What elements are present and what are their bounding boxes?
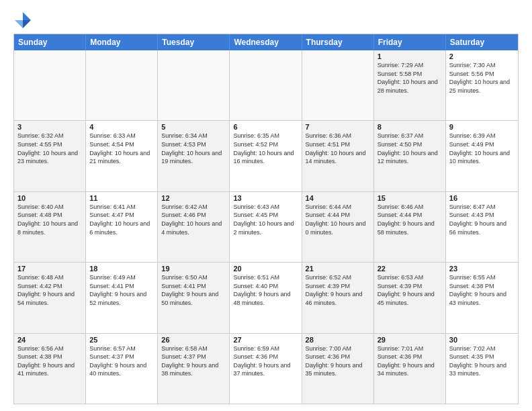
cal-cell-r4c3: 27Sunrise: 6:59 AM Sunset: 4:36 PM Dayli… [230, 334, 302, 404]
day-number: 1 [378, 52, 442, 60]
cal-cell-r1c5: 8Sunrise: 6:37 AM Sunset: 4:50 PM Daylig… [374, 121, 446, 191]
calendar-row-3: 10Sunrise: 6:40 AM Sunset: 4:48 PM Dayli… [14, 192, 518, 263]
day-info: Sunrise: 6:35 AM Sunset: 4:52 PM Dayligh… [233, 132, 298, 165]
day-number: 9 [449, 123, 515, 131]
col-header-thursday: Thursday [302, 34, 374, 50]
day-number: 26 [161, 336, 226, 344]
day-number: 30 [449, 336, 515, 344]
cal-cell-r1c2: 5Sunrise: 6:34 AM Sunset: 4:53 PM Daylig… [158, 121, 230, 191]
cal-cell-r3c6: 23Sunrise: 6:55 AM Sunset: 4:38 PM Dayli… [446, 263, 518, 332]
cal-cell-r0c0 [14, 50, 86, 120]
cal-cell-r4c0: 24Sunrise: 6:56 AM Sunset: 4:38 PM Dayli… [14, 334, 86, 404]
day-number: 15 [378, 194, 442, 202]
day-number: 22 [378, 265, 442, 273]
cal-cell-r4c5: 29Sunrise: 7:01 AM Sunset: 4:36 PM Dayli… [374, 334, 446, 404]
cal-cell-r0c2 [158, 50, 230, 120]
cal-cell-r0c3 [230, 50, 302, 120]
day-number: 10 [17, 194, 82, 202]
day-info: Sunrise: 7:01 AM Sunset: 4:36 PM Dayligh… [378, 345, 442, 378]
day-info: Sunrise: 6:57 AM Sunset: 4:37 PM Dayligh… [89, 345, 154, 378]
logo [13, 11, 35, 30]
cal-cell-r2c0: 10Sunrise: 6:40 AM Sunset: 4:48 PM Dayli… [14, 192, 86, 262]
cal-cell-r4c2: 26Sunrise: 6:58 AM Sunset: 4:37 PM Dayli… [158, 334, 230, 404]
cal-cell-r2c3: 13Sunrise: 6:43 AM Sunset: 4:45 PM Dayli… [230, 192, 302, 262]
day-info: Sunrise: 6:34 AM Sunset: 4:53 PM Dayligh… [161, 132, 226, 165]
day-number: 12 [161, 194, 226, 202]
page: SundayMondayTuesdayWednesdayThursdayFrid… [0, 0, 532, 411]
cal-cell-r3c4: 21Sunrise: 6:52 AM Sunset: 4:39 PM Dayli… [302, 263, 374, 332]
day-info: Sunrise: 6:36 AM Sunset: 4:51 PM Dayligh… [306, 132, 370, 165]
cal-cell-r2c2: 12Sunrise: 6:42 AM Sunset: 4:46 PM Dayli… [158, 192, 230, 262]
day-info: Sunrise: 6:58 AM Sunset: 4:37 PM Dayligh… [161, 345, 226, 378]
day-number: 18 [89, 265, 154, 273]
svg-marker-2 [15, 20, 23, 28]
day-info: Sunrise: 6:40 AM Sunset: 4:48 PM Dayligh… [17, 203, 82, 236]
day-info: Sunrise: 6:47 AM Sunset: 4:43 PM Dayligh… [449, 203, 515, 236]
cal-cell-r0c6: 2Sunrise: 7:30 AM Sunset: 5:56 PM Daylig… [446, 50, 518, 120]
col-header-friday: Friday [374, 34, 446, 50]
logo-icon [13, 11, 32, 30]
cal-cell-r3c0: 17Sunrise: 6:48 AM Sunset: 4:42 PM Dayli… [14, 263, 86, 332]
day-info: Sunrise: 7:29 AM Sunset: 5:58 PM Dayligh… [378, 61, 442, 95]
cal-cell-r0c4 [302, 50, 374, 120]
day-number: 25 [89, 336, 154, 344]
cal-cell-r1c3: 6Sunrise: 6:35 AM Sunset: 4:52 PM Daylig… [230, 121, 302, 191]
day-info: Sunrise: 6:51 AM Sunset: 4:40 PM Dayligh… [233, 273, 298, 307]
day-number: 4 [89, 123, 154, 131]
day-info: Sunrise: 6:49 AM Sunset: 4:41 PM Dayligh… [89, 273, 154, 307]
col-header-wednesday: Wednesday [230, 34, 302, 50]
day-info: Sunrise: 6:39 AM Sunset: 4:49 PM Dayligh… [449, 132, 515, 165]
day-info: Sunrise: 6:44 AM Sunset: 4:44 PM Dayligh… [306, 203, 370, 236]
day-info: Sunrise: 7:00 AM Sunset: 4:36 PM Dayligh… [306, 345, 370, 378]
cal-cell-r2c4: 14Sunrise: 6:44 AM Sunset: 4:44 PM Dayli… [302, 192, 374, 262]
cal-cell-r3c5: 22Sunrise: 6:53 AM Sunset: 4:39 PM Dayli… [374, 263, 446, 332]
day-info: Sunrise: 6:32 AM Sunset: 4:55 PM Dayligh… [17, 132, 82, 165]
cal-cell-r2c6: 16Sunrise: 6:47 AM Sunset: 4:43 PM Dayli… [446, 192, 518, 262]
day-number: 7 [306, 123, 370, 131]
day-info: Sunrise: 6:48 AM Sunset: 4:42 PM Dayligh… [17, 273, 82, 307]
cal-cell-r4c4: 28Sunrise: 7:00 AM Sunset: 4:36 PM Dayli… [302, 334, 374, 404]
day-info: Sunrise: 6:59 AM Sunset: 4:36 PM Dayligh… [233, 345, 298, 378]
cal-cell-r4c6: 30Sunrise: 7:02 AM Sunset: 4:35 PM Dayli… [446, 334, 518, 404]
day-info: Sunrise: 6:41 AM Sunset: 4:47 PM Dayligh… [89, 203, 154, 236]
cal-cell-r1c1: 4Sunrise: 6:33 AM Sunset: 4:54 PM Daylig… [86, 121, 158, 191]
cal-cell-r3c2: 19Sunrise: 6:50 AM Sunset: 4:41 PM Dayli… [158, 263, 230, 332]
cal-cell-r0c1 [86, 50, 158, 120]
cal-cell-r1c4: 7Sunrise: 6:36 AM Sunset: 4:51 PM Daylig… [302, 121, 374, 191]
day-number: 24 [17, 336, 82, 344]
cal-cell-r2c5: 15Sunrise: 6:46 AM Sunset: 4:44 PM Dayli… [374, 192, 446, 262]
day-number: 27 [233, 336, 298, 344]
day-number: 21 [306, 265, 370, 273]
day-number: 16 [449, 194, 515, 202]
calendar-row-5: 24Sunrise: 6:56 AM Sunset: 4:38 PM Dayli… [14, 334, 518, 404]
day-number: 23 [449, 265, 515, 273]
day-info: Sunrise: 6:56 AM Sunset: 4:38 PM Dayligh… [17, 345, 82, 378]
day-info: Sunrise: 6:37 AM Sunset: 4:50 PM Dayligh… [378, 132, 442, 165]
cal-cell-r4c1: 25Sunrise: 6:57 AM Sunset: 4:37 PM Dayli… [86, 334, 158, 404]
cal-cell-r3c3: 20Sunrise: 6:51 AM Sunset: 4:40 PM Dayli… [230, 263, 302, 332]
day-number: 28 [306, 336, 370, 344]
day-number: 17 [17, 265, 82, 273]
calendar-row-1: 1Sunrise: 7:29 AM Sunset: 5:58 PM Daylig… [14, 50, 518, 121]
calendar-body: 1Sunrise: 7:29 AM Sunset: 5:58 PM Daylig… [14, 50, 518, 404]
day-number: 19 [161, 265, 226, 273]
day-info: Sunrise: 6:42 AM Sunset: 4:46 PM Dayligh… [161, 203, 226, 236]
day-number: 3 [17, 123, 82, 131]
day-info: Sunrise: 6:46 AM Sunset: 4:44 PM Dayligh… [378, 203, 442, 236]
day-info: Sunrise: 7:30 AM Sunset: 5:56 PM Dayligh… [449, 61, 515, 95]
cal-cell-r2c1: 11Sunrise: 6:41 AM Sunset: 4:47 PM Dayli… [86, 192, 158, 262]
day-info: Sunrise: 6:53 AM Sunset: 4:39 PM Dayligh… [378, 273, 442, 307]
col-header-saturday: Saturday [446, 34, 518, 50]
day-number: 13 [233, 194, 298, 202]
calendar: SundayMondayTuesdayWednesdayThursdayFrid… [13, 34, 519, 404]
day-number: 14 [306, 194, 370, 202]
calendar-header-row: SundayMondayTuesdayWednesdayThursdayFrid… [14, 34, 518, 50]
calendar-row-2: 3Sunrise: 6:32 AM Sunset: 4:55 PM Daylig… [14, 121, 518, 191]
day-info: Sunrise: 6:52 AM Sunset: 4:39 PM Dayligh… [306, 273, 370, 307]
day-info: Sunrise: 6:33 AM Sunset: 4:54 PM Dayligh… [89, 132, 154, 165]
cal-cell-r1c6: 9Sunrise: 6:39 AM Sunset: 4:49 PM Daylig… [446, 121, 518, 191]
day-number: 11 [89, 194, 154, 202]
col-header-sunday: Sunday [14, 34, 86, 50]
day-number: 6 [233, 123, 298, 131]
day-number: 20 [233, 265, 298, 273]
